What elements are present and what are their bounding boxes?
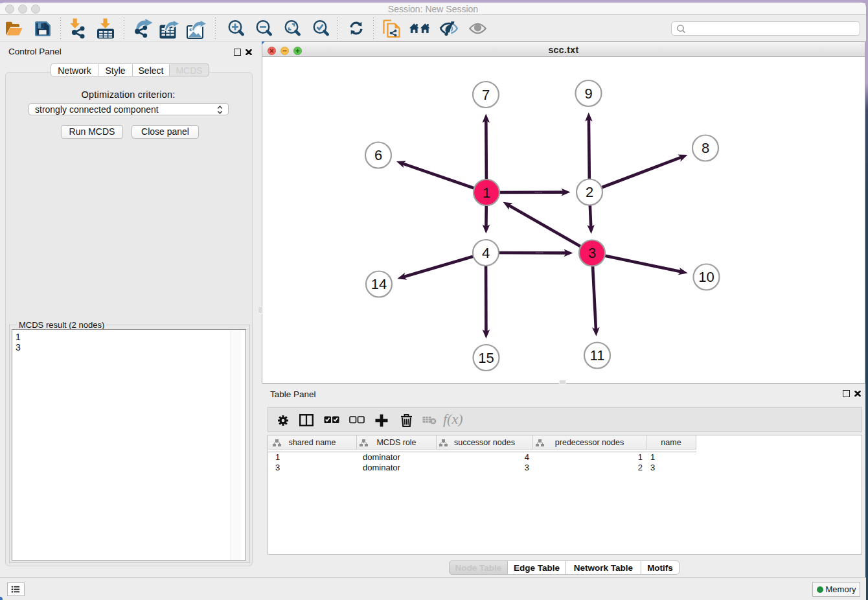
svg-text:6: 6 [374,147,382,163]
svg-text:11: 11 [590,347,605,363]
svg-text:4: 4 [482,245,490,261]
svg-text:8: 8 [702,140,709,156]
svg-text:10: 10 [698,269,714,285]
svg-text:14: 14 [371,276,387,292]
svg-text:3: 3 [588,245,596,261]
svg-text:2: 2 [586,184,593,200]
svg-text:1: 1 [483,185,490,201]
svg-text:7: 7 [482,87,490,103]
svg-text:9: 9 [584,86,592,102]
svg-text:15: 15 [478,350,494,366]
